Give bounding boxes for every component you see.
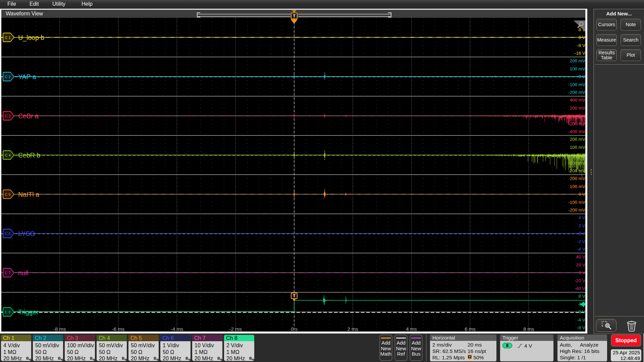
svg-text:0 V: 0 V	[579, 113, 585, 118]
svg-text:8 ms: 8 ms	[523, 326, 534, 332]
svg-text:200 mV: 200 mV	[570, 106, 585, 111]
svg-text:-8 ms: -8 ms	[53, 326, 66, 332]
svg-text:YAP a: YAP a	[18, 73, 36, 80]
svg-text:C 1: C 1	[5, 36, 10, 40]
svg-text:8 V: 8 V	[579, 294, 585, 299]
svg-text:100 mV: 100 mV	[570, 184, 585, 189]
svg-text:200 mV: 200 mV	[570, 137, 585, 142]
svg-text:-100 mV: -100 mV	[568, 161, 585, 166]
svg-text:T: T	[293, 294, 296, 298]
svg-text:20 V: 20 V	[576, 262, 585, 267]
svg-text:C 2: C 2	[5, 75, 10, 79]
svg-text:-2 ms: -2 ms	[229, 326, 242, 332]
svg-text:0 V: 0 V	[579, 74, 585, 79]
svg-text:C 6: C 6	[5, 232, 10, 236]
svg-text:40 V: 40 V	[576, 254, 585, 259]
svg-text:-2 V: -2 V	[577, 239, 585, 244]
svg-text:-200 mV: -200 mV	[568, 121, 585, 126]
svg-text:-100 mV: -100 mV	[568, 200, 585, 205]
svg-text:CeBr a: CeBr a	[18, 112, 39, 120]
svg-text:CebR b: CebR b	[18, 152, 40, 159]
svg-text:C 8: C 8	[5, 310, 10, 314]
svg-text:-8 V: -8 V	[577, 43, 585, 48]
svg-text:-400 mV: -400 mV	[568, 129, 585, 134]
svg-text:0 V: 0 V	[579, 309, 585, 314]
svg-text:NaITl a: NaITl a	[18, 191, 39, 198]
svg-text:2 ms: 2 ms	[347, 326, 359, 332]
svg-text:100 mV: 100 mV	[570, 66, 585, 71]
svg-text:100 mV: 100 mV	[570, 145, 585, 150]
svg-text:200 mV: 200 mV	[570, 58, 585, 63]
svg-text:T: T	[469, 355, 471, 359]
svg-text:0 V: 0 V	[579, 35, 585, 40]
svg-text:-100 mV: -100 mV	[568, 82, 585, 87]
svg-text:-8 V: -8 V	[577, 325, 585, 330]
svg-text:0 V: 0 V	[579, 153, 585, 158]
svg-text:400 mV: 400 mV	[570, 98, 585, 103]
svg-text:C 4: C 4	[5, 153, 10, 157]
svg-text:0 V: 0 V	[579, 192, 585, 197]
svg-text:-200 mV: -200 mV	[568, 207, 585, 213]
svg-text:6 ms: 6 ms	[465, 326, 476, 332]
svg-text:LYSO: LYSO	[18, 230, 35, 237]
svg-text:-200 mV: -200 mV	[568, 90, 585, 95]
svg-text:T: T	[293, 14, 296, 18]
svg-text:0 s: 0 s	[291, 326, 298, 332]
svg-text:-16 V: -16 V	[575, 51, 585, 56]
svg-text:0 V: 0 V	[579, 270, 585, 275]
svg-text:U_loop b: U_loop b	[18, 34, 44, 42]
svg-text:-4 ms: -4 ms	[171, 326, 183, 332]
svg-text:null: null	[18, 269, 28, 277]
svg-text:2 V: 2 V	[579, 223, 585, 228]
svg-text:-4 V: -4 V	[577, 247, 585, 252]
svg-text:-40 V: -40 V	[575, 286, 585, 291]
svg-text:C 7: C 7	[5, 271, 10, 275]
svg-text:-200 mV: -200 mV	[568, 168, 585, 173]
svg-text:-20 V: -20 V	[575, 278, 585, 283]
svg-text:Trigger: Trigger	[18, 308, 39, 316]
svg-text:4 V: 4 V	[579, 215, 585, 220]
svg-text:200 mV: 200 mV	[570, 176, 585, 181]
svg-text:0 V: 0 V	[579, 231, 585, 236]
svg-text:-4 V: -4 V	[577, 317, 585, 322]
svg-text:4 ms: 4 ms	[406, 326, 417, 332]
svg-text:C 5: C 5	[5, 192, 10, 196]
svg-text:C 3: C 3	[5, 114, 10, 118]
svg-text:-6 ms: -6 ms	[112, 326, 125, 332]
